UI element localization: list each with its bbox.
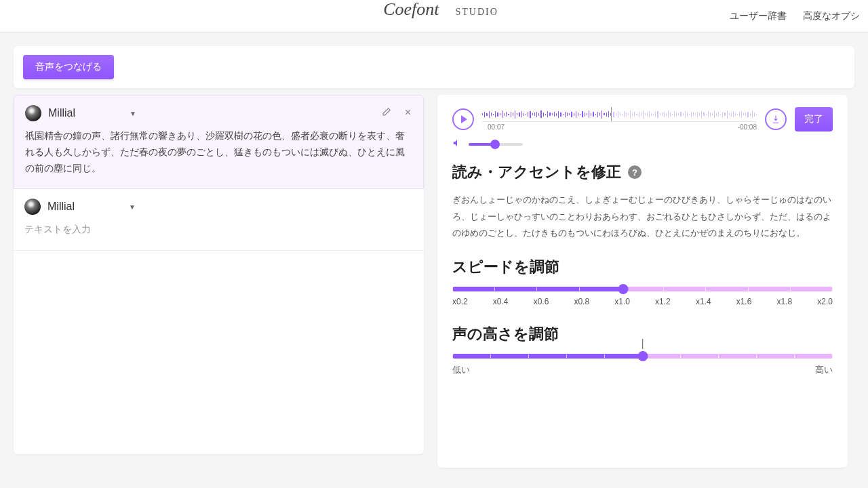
voice-avatar bbox=[24, 199, 41, 215]
logo-sub: STUDIO bbox=[456, 7, 498, 18]
waveform[interactable]: 00:07 -00:08 bbox=[482, 107, 757, 131]
voice-dropdown-caret[interactable]: ▼ bbox=[130, 110, 136, 117]
speed-slider[interactable] bbox=[452, 287, 833, 291]
voice-name: Millial bbox=[47, 201, 75, 213]
main-area: Millial ▼ 祇園精舎の鐘の声、諸行無常の響きあり、沙羅双樹の花の色、盛者… bbox=[0, 95, 868, 481]
logo-main: Coefont bbox=[370, 0, 452, 33]
topbar: 音声をつなげる bbox=[14, 46, 854, 88]
done-button[interactable]: 完了 bbox=[795, 107, 833, 131]
speed-section: スピードを調節 x0.2x0.4x0.6x0.8x1.0x1.2x1.4x1.6… bbox=[452, 257, 833, 306]
volume-icon bbox=[452, 138, 462, 150]
pitch-section: 声の高さを調節 低い 高い | bbox=[452, 324, 833, 376]
nav-user-dict[interactable]: ユーザー辞書 bbox=[730, 10, 787, 22]
voice-text-placeholder[interactable]: テキストを入力 bbox=[24, 222, 413, 238]
header-nav: ユーザー辞書 高度なオプシ bbox=[730, 0, 868, 33]
voice-name: Millial bbox=[48, 107, 75, 119]
nav-advanced-options[interactable]: 高度なオプシ bbox=[803, 10, 860, 22]
volume-thumb[interactable] bbox=[490, 140, 500, 149]
app-header: Coefont STUDIO ユーザー辞書 高度なオプシ bbox=[0, 0, 868, 33]
speed-thumb[interactable] bbox=[618, 284, 629, 294]
voice-avatar bbox=[25, 105, 41, 121]
voice-text[interactable]: 祇園精舎の鐘の声、諸行無常の響きあり、沙羅双樹の花の色、盛者必衰の断りを表す、奢… bbox=[25, 128, 412, 176]
voice-block-head: Millial ▼ bbox=[24, 199, 413, 215]
play-button[interactable] bbox=[452, 108, 474, 130]
player-row: 00:07 -00:08 完了 bbox=[452, 107, 833, 131]
voice-block[interactable]: Millial ▼ テキストを入力 bbox=[14, 189, 424, 251]
voice-block-head: Millial ▼ bbox=[25, 105, 412, 121]
speed-tick-labels: x0.2x0.4x0.6x0.8x1.0x1.2x1.4x1.6x1.8x2.0 bbox=[452, 297, 833, 306]
pitch-slider[interactable] bbox=[452, 354, 833, 359]
speed-title: スピードを調節 bbox=[452, 257, 833, 277]
accent-section-title: 読み・アクセントを修正 ? bbox=[452, 162, 833, 182]
edit-icon[interactable] bbox=[381, 107, 391, 120]
connect-audio-button[interactable]: 音声をつなげる bbox=[23, 55, 114, 79]
pitch-high-label: 高い bbox=[815, 364, 833, 376]
voice-dropdown-caret[interactable]: ▼ bbox=[129, 203, 136, 211]
voice-block-selected[interactable]: Millial ▼ 祇園精舎の鐘の声、諸行無常の響きあり、沙羅双樹の花の色、盛者… bbox=[14, 95, 424, 189]
close-icon[interactable] bbox=[403, 107, 412, 120]
pitch-low-label: 低い bbox=[452, 364, 470, 376]
pitch-mid-mark: | bbox=[641, 338, 644, 350]
playhead[interactable] bbox=[611, 107, 612, 122]
script-panel: Millial ▼ 祇園精舎の鐘の声、諸行無常の響きあり、沙羅双樹の花の色、盛者… bbox=[14, 95, 424, 454]
play-icon bbox=[461, 115, 467, 123]
editor-panel: 00:07 -00:08 完了 読み・アクセントを修正 ? ぎおんしょーじゃのか… bbox=[437, 95, 848, 468]
logo: Coefont STUDIO bbox=[370, 0, 498, 33]
pitch-thumb[interactable] bbox=[637, 351, 648, 361]
volume-row bbox=[452, 138, 833, 150]
reading-text[interactable]: ぎおんしょーじゃのかねのこえ、しょぎょーむじょーのひびきあり、しゃらそーじゅのは… bbox=[452, 192, 833, 242]
remaining-time: -00:08 bbox=[738, 123, 757, 131]
elapsed-time: 00:07 bbox=[488, 123, 505, 131]
download-button[interactable] bbox=[765, 108, 787, 130]
help-icon[interactable]: ? bbox=[628, 165, 642, 179]
volume-slider[interactable] bbox=[469, 143, 523, 146]
